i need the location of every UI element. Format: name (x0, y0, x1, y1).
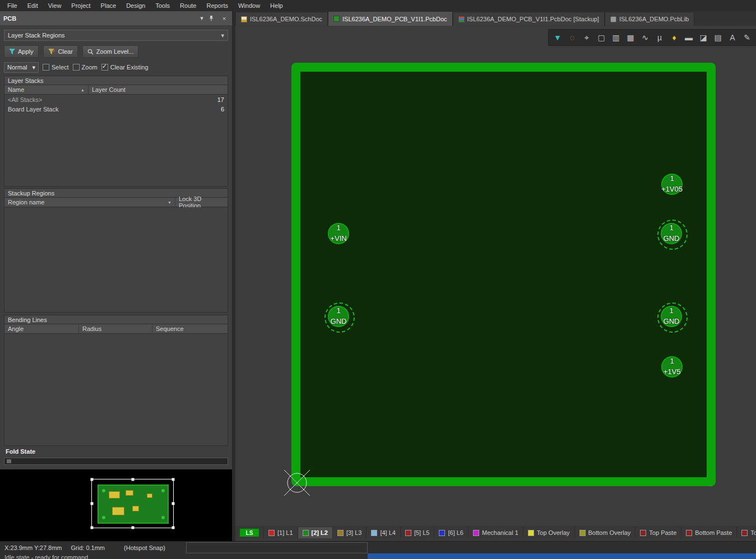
pad-net-label: +VIN (330, 234, 346, 243)
layer-tab-mechanical-1[interactable]: Mechanical 1 (469, 527, 523, 539)
column-angle[interactable]: Angle (4, 324, 79, 333)
preview-viewport-rect[interactable] (91, 479, 174, 528)
pencil-icon[interactable]: ✎ (740, 31, 754, 44)
resize-handle[interactable] (91, 527, 94, 529)
bending-lines-columns: Angle Radius Sequence (4, 324, 228, 334)
layer-tab-l2[interactable]: [2] L2 (298, 527, 333, 539)
menu-edit[interactable]: Edit (22, 1, 43, 10)
layer-color-swatch (371, 530, 377, 536)
layer-tab-bottom-paste[interactable]: Bottom Paste (681, 527, 737, 539)
stackup-regions-columns: Region name ▼ Lock 3D Position (4, 198, 228, 207)
resize-handle[interactable] (131, 478, 134, 481)
pcb-board[interactable] (291, 63, 716, 486)
layer-tab-top-overlay[interactable]: Top Overlay (523, 527, 575, 539)
table-row-all-stacks[interactable]: <All Stacks> 17 (4, 95, 228, 104)
pad-net-label: GND (664, 317, 680, 325)
column-sequence[interactable]: Sequence (152, 324, 228, 333)
column-region-name[interactable]: Region name ▼ (4, 198, 175, 207)
menu-file[interactable]: File (2, 1, 22, 10)
column-lock-3d[interactable]: Lock 3D Position (175, 198, 228, 207)
funnel-icon (9, 49, 15, 54)
resize-handle[interactable] (172, 527, 175, 529)
route-icon[interactable]: ∿ (638, 31, 652, 44)
zoom-option: Zoom (73, 64, 98, 71)
layer-color-swatch (741, 530, 748, 536)
layer-set-badge: LS (240, 529, 259, 537)
board-preview[interactable] (0, 469, 232, 541)
resize-handle[interactable] (91, 502, 94, 505)
menu-tools[interactable]: Tools (150, 1, 175, 10)
menu-place[interactable]: Place (96, 1, 122, 10)
selection-box-icon[interactable]: ▢ (594, 31, 609, 44)
layer-tab-l6[interactable]: [6] L6 (434, 527, 469, 539)
menu-bar: File Edit View Project Place Design Tool… (0, 0, 756, 11)
pcb-canvas[interactable]: 1 +1V05 1 +VIN 1 GND 1 GND 1 GND 1 +1V5 (235, 26, 756, 527)
place-pin-icon[interactable]: ♦ (667, 31, 681, 44)
doc-tab-pcbdoc-stackup[interactable]: ISL6236A_DEMO_PCB_V1I1.PcbDoc [Stackup] (453, 12, 605, 26)
resize-handle[interactable] (172, 478, 175, 481)
measure-icon[interactable]: µ (652, 31, 667, 44)
mask-mode-select[interactable]: Normal ▾ (4, 62, 39, 73)
text-icon[interactable]: A (725, 31, 740, 44)
layer-tab-l4[interactable]: [4] L4 (367, 527, 401, 539)
clear-button[interactable]: Clear (43, 45, 78, 58)
resize-handle[interactable] (91, 478, 94, 481)
menu-design[interactable]: Design (121, 1, 150, 10)
layer-tab-ls[interactable]: LS (235, 527, 264, 539)
menu-project[interactable]: Project (66, 1, 95, 10)
layer-tab-top-solder[interactable]: Top Sol (737, 527, 756, 539)
layer-stacks-header: Layer Stacks (4, 76, 228, 85)
table-row-board-layer-stack[interactable]: Board Layer Stack 6 (4, 104, 228, 114)
bending-lines-table (4, 334, 228, 446)
histogram-icon[interactable]: ▤ (711, 31, 725, 44)
resize-handle[interactable] (172, 502, 175, 505)
filter-icon[interactable]: ▼ (550, 31, 565, 44)
layer-tab-top-paste[interactable]: Top Paste (636, 527, 681, 539)
menu-window[interactable]: Window (233, 1, 265, 10)
layer-stacks-columns: Name ▲ Layer Count (4, 85, 228, 95)
layer-color-swatch (528, 530, 534, 536)
menu-reports[interactable]: Reports (201, 1, 233, 10)
column-radius[interactable]: Radius (79, 324, 152, 333)
menu-help[interactable]: Help (265, 1, 288, 10)
pad-net-label: GND (664, 234, 680, 243)
crosshair-icon[interactable]: ⌖ (579, 31, 594, 44)
select-checkbox[interactable] (43, 64, 49, 71)
fold-state-slider-thumb[interactable] (7, 459, 11, 463)
layer-color-swatch (640, 530, 646, 536)
grid-icon[interactable]: ▦ (623, 31, 638, 44)
panel-title: PCB (3, 15, 16, 22)
clear-existing-option: Clear Existing (101, 64, 149, 71)
layer-tab-l1[interactable]: [1] L1 (264, 527, 298, 539)
status-cell (186, 542, 368, 553)
column-layer-count[interactable]: Layer Count (89, 85, 228, 94)
chevron-down-icon[interactable]: ▾ (197, 15, 206, 22)
doc-tab-pcblib[interactable]: ISL6236A_DEMO.PcbLib (605, 12, 694, 26)
lasso-icon[interactable]: ◌ (565, 31, 579, 44)
clear-existing-checkbox[interactable] (101, 64, 108, 71)
layer-tab-l5[interactable]: [5] L5 (401, 527, 435, 539)
layer-color-swatch (686, 530, 692, 536)
column-name[interactable]: Name ▲ (4, 85, 89, 94)
apply-button[interactable]: Apply (4, 45, 39, 58)
chevron-down-icon: ▾ (32, 64, 35, 71)
zoom-level-button[interactable]: Zoom Level... (82, 45, 139, 58)
polygon-icon[interactable]: ◪ (696, 31, 711, 44)
doc-tab-schdoc[interactable]: ISL6236A_DEMO.SchDoc (235, 12, 328, 26)
layer-tab-bottom-overlay[interactable]: Bottom Overlay (575, 527, 636, 539)
resize-handle[interactable] (131, 527, 134, 529)
panel-mode-select[interactable]: Layer Stack Regions ▾ (4, 30, 228, 41)
menu-view[interactable]: View (43, 1, 67, 10)
layer-tab-l3[interactable]: [3] L3 (333, 527, 367, 539)
funnel-clear-icon (48, 49, 55, 54)
zoom-checkbox[interactable] (73, 64, 80, 71)
status-bar: X:23.9mm Y:27.8mm Grid: 0.1mm (Hotspot S… (0, 541, 756, 553)
layer-set-icon[interactable]: ▬ (681, 31, 696, 44)
stackup-regions-table (4, 207, 228, 313)
pin-icon[interactable] (208, 15, 217, 21)
menu-route[interactable]: Route (175, 1, 201, 10)
column-chart-icon[interactable]: ▥ (609, 31, 623, 44)
fold-state-slider[interactable] (4, 458, 228, 465)
close-icon[interactable]: × (220, 15, 229, 22)
doc-tab-pcbdoc[interactable]: ISL6236A_DEMO_PCB_V1I1.PcbDoc (328, 11, 453, 26)
